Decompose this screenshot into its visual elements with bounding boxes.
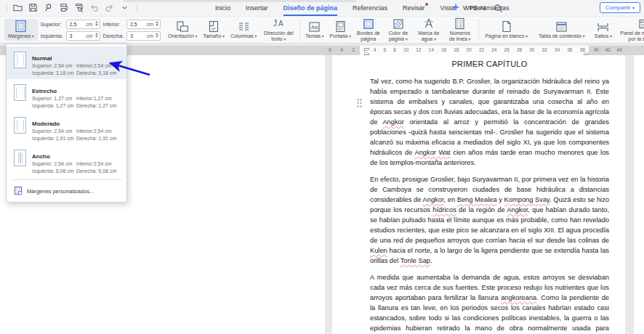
page-borders-button[interactable]: Bordes de página	[354, 17, 383, 43]
redo-icon[interactable]	[104, 2, 114, 12]
search-icon[interactable]	[494, 3, 503, 16]
margins-preset-item[interactable]: Ancho Superior: 2,54 cm Inferior:2,54 cm…	[7, 144, 126, 177]
share-button[interactable]: Compartir ▾	[600, 2, 640, 13]
columns-button[interactable]: Columnas	[228, 20, 259, 40]
table-of-contents-icon	[555, 20, 568, 33]
paragraph[interactable]: A medida que aumentaba la demanda de agu…	[370, 272, 609, 334]
margin-preset-name: Ancho	[32, 153, 50, 160]
ruler-number: 6	[383, 47, 386, 52]
ruler-number: 20	[467, 47, 472, 52]
section-navigation-button[interactable]: Panel de navegación por la sección	[615, 17, 644, 43]
ribbon-tab[interactable]: Inicio	[215, 0, 230, 16]
misspelled-word: hídricos	[432, 206, 456, 213]
margin-superior: Superior: 2,54 cm	[32, 63, 76, 68]
table-of-contents-button[interactable]: Tabla de contenido	[532, 20, 592, 40]
margins-button[interactable]: Márgenes	[4, 19, 38, 41]
misspelled-word: Angkor	[423, 196, 444, 203]
text-direction-button[interactable]: JA Dirección del texto	[259, 17, 297, 43]
columns-label: Columnas	[230, 33, 257, 39]
ribbon-tab[interactable]: Revisar	[403, 0, 425, 16]
spinner[interactable]	[156, 21, 158, 26]
ruler-number: 4	[340, 47, 343, 52]
section-navigation-icon	[638, 17, 644, 30]
ruler-number: 42	[605, 47, 610, 52]
misspelled-word: Tonle Sap	[401, 257, 430, 264]
share-label: Compartir	[605, 4, 631, 11]
ruler-number: 34	[555, 47, 560, 52]
ruler-number: 30	[529, 47, 534, 52]
paragraph-drag-handle-icon[interactable]	[357, 99, 363, 107]
margin-value-input[interactable]: 2,5 cm	[66, 20, 100, 29]
spinner[interactable]	[156, 33, 158, 38]
document-paragraphs: Tal vez, como ha sugerido B.P. Groslier,…	[370, 76, 609, 334]
ribbon-tab[interactable]: Insertar	[246, 0, 268, 16]
print-preview-icon[interactable]	[73, 2, 84, 12]
ribbon-tab[interactable]: Diseño de página	[283, 0, 338, 16]
page-content[interactable]: PRIMER CAPÍTULO Tal vez, como ha sugerid…	[370, 60, 609, 334]
misspelled-word: Angkor	[382, 118, 403, 126]
ribbon-tab[interactable]: Referencias	[353, 0, 387, 16]
wps-ai-button[interactable]: WPS AI	[451, 2, 486, 14]
paragraph[interactable]: Tal vez, como ha sugerido B.P. Groslier,…	[370, 76, 609, 168]
orientation-button[interactable]: Orientación	[165, 20, 200, 40]
margin-derecha: Derecha: 1,27 cm	[76, 103, 121, 108]
page-color-button[interactable]: Color de página	[383, 17, 414, 43]
open-folder-icon[interactable]	[12, 2, 23, 12]
ruler-number: 16	[441, 47, 446, 52]
margin-value-input[interactable]: 2,5 cm	[126, 20, 161, 29]
ruler-left-numbers: 642	[324, 47, 359, 52]
ruler-number: 8	[393, 47, 396, 52]
margin-preset-text: Normal Superior: 2,54 cm Inferior:2,54 c…	[32, 50, 121, 76]
ruler-number: 40	[593, 47, 598, 52]
misspelled-word: angkoreana	[501, 294, 536, 301]
margin-izquierda: Izquierda: 5,08 cm	[32, 168, 76, 174]
ruler-number: 28	[517, 47, 522, 52]
print-icon[interactable]	[58, 2, 68, 12]
ruler-number: 26	[504, 47, 510, 52]
page-borders-icon	[363, 17, 374, 30]
margin-superior: Superior: 2,54 cm	[32, 129, 76, 134]
margin-inferior: Inferior:2,54 cm	[76, 129, 121, 134]
custom-margins-item[interactable]: Márgenes personalizados...	[7, 182, 126, 200]
cover-page-button[interactable]: Portada	[327, 20, 354, 40]
blank-page-button[interactable]: Página en blanco	[481, 20, 532, 40]
undo-icon[interactable]	[89, 2, 99, 12]
ruler-number: 10	[403, 47, 408, 52]
misspelled-word: Kulen	[370, 247, 387, 254]
more-commands-icon[interactable]	[119, 2, 129, 12]
margin-derecha: Derecha: 5,08 cm	[76, 168, 121, 174]
field-value: 3	[70, 33, 86, 38]
watermark-button[interactable]: Marca de agua	[414, 17, 444, 43]
save-icon[interactable]	[28, 2, 38, 12]
cover-page-icon	[335, 20, 346, 33]
ruler-right-numbers: 404244	[590, 47, 625, 52]
margins-preset-item[interactable]: Moderado Superior: 2,54 cm Inferior:2,54…	[7, 112, 126, 144]
breaks-button[interactable]: Saltos	[592, 20, 615, 40]
margin-preset-icon	[14, 84, 26, 101]
next-page-sliver[interactable]	[634, 55, 644, 334]
pin-icon[interactable]	[43, 2, 53, 12]
current-page[interactable]: PRIMER CAPÍTULO Tal vez, como ha sugerid…	[332, 55, 625, 334]
size-button[interactable]: Tamaño	[200, 20, 228, 40]
ruler-number: 44	[616, 47, 621, 52]
margins-preset-item[interactable]: Normal Superior: 2,54 cm Inferior:2,54 c…	[7, 46, 126, 79]
page-color-icon	[393, 17, 404, 30]
margin-preset-values: Superior: 1,27 cm Inferior:1,27 cm Izqui…	[32, 96, 121, 108]
custom-margins-label: Márgenes personalizados...	[27, 188, 94, 195]
ruler-number: 22	[479, 47, 484, 52]
spinner[interactable]	[95, 33, 98, 38]
document-heading[interactable]: PRIMER CAPÍTULO	[370, 60, 609, 68]
margins-preset-item[interactable]: Estrecho Superior: 1,27 cm Inferior:1,27…	[7, 79, 126, 112]
ruler-center-numbers: 2468101214161820222426283032343638	[360, 47, 589, 52]
custom-margins-icon	[14, 186, 23, 197]
paragraph[interactable]: En efecto, prosigue Groslier, bajo Surya…	[370, 174, 609, 266]
margin-preset-icon	[14, 117, 26, 134]
spinner[interactable]	[95, 21, 98, 26]
margin-value-input[interactable]: 3 cm	[66, 31, 100, 41]
themes-button[interactable]: Aa Temas	[302, 20, 326, 40]
ruler-number: 6	[329, 47, 331, 52]
line-numbers-button[interactable]: Números de línea	[444, 17, 476, 43]
columns-icon	[238, 20, 250, 33]
watermark-label: Marca de agua	[416, 30, 441, 42]
margin-value-input[interactable]: 3 cm	[126, 31, 161, 41]
